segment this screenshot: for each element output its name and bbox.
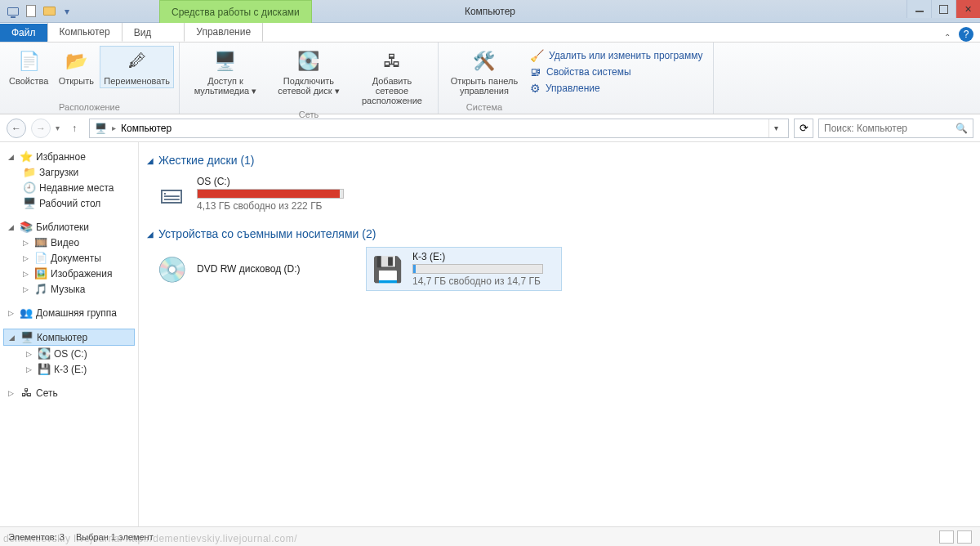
status-bar: Элементов: 3 Выбран 1 элемент — [0, 526, 980, 546]
minimize-ribbon-icon[interactable]: ⌃ — [944, 33, 951, 42]
group-removable[interactable]: ◢Устройства со съемными носителями (2) — [147, 227, 972, 240]
minimize-button[interactable] — [906, 0, 931, 18]
address-path: Компьютер — [121, 123, 172, 134]
maximize-button[interactable] — [931, 0, 956, 18]
space-bar — [197, 189, 344, 199]
libraries-icon: 📚 — [20, 221, 33, 233]
chevron-icon: ▸ — [112, 123, 116, 132]
open-control-panel-button[interactable]: 🛠️Открыть панель управления — [443, 46, 525, 98]
nav-documents[interactable]: ▷📄Документы — [3, 250, 135, 266]
group-label-system: Система — [443, 101, 525, 112]
video-icon: 🎞️ — [34, 236, 47, 248]
map-drive-button[interactable]: 💽Подключить сетевой диск ▾ — [268, 46, 350, 108]
back-button[interactable]: ← — [7, 119, 26, 138]
tab-view[interactable]: Вид — [122, 24, 163, 42]
space-bar — [412, 264, 543, 274]
properties-button[interactable]: 📄Свойства — [5, 46, 52, 88]
titlebar: ▾ Средства работы с дисками Компьютер ✕ — [0, 0, 980, 23]
folder-icon: 📁 — [23, 166, 36, 178]
uninstall-program-link[interactable]: 🧹Удалить или изменить программу — [530, 49, 703, 62]
nav-drive-c[interactable]: ▷💽OS (C:) — [3, 346, 135, 361]
search-input[interactable] — [824, 123, 956, 134]
help-button[interactable]: ? — [959, 27, 973, 42]
computer-icon: 🖥️ — [20, 331, 33, 343]
nav-video[interactable]: ▷🎞️Видео — [3, 235, 135, 250]
homegroup-icon: 👥 — [20, 307, 33, 319]
history-dropdown-icon[interactable]: ▾ — [56, 123, 60, 132]
contextual-tab[interactable]: Средства работы с дисками — [159, 0, 312, 23]
group-hard-disks[interactable]: ◢Жесткие диски (1) — [147, 154, 972, 167]
sd-card-icon: 💾 — [370, 252, 404, 286]
drive-c[interactable]: 🖴 OS (C:) 4,13 ГБ свободно из 222 ГБ — [150, 172, 395, 216]
view-details-button[interactable] — [939, 530, 954, 544]
nav-downloads[interactable]: 📁Загрузки — [3, 164, 135, 180]
nav-recent[interactable]: 🕘Недавние места — [3, 180, 135, 195]
open-button[interactable]: 📂Открыть — [54, 46, 98, 88]
hdd-icon: 🖴 — [154, 177, 189, 211]
collapse-icon: ◢ — [147, 156, 154, 165]
space-summary: 4,13 ГБ свободно из 222 ГБ — [197, 200, 344, 212]
address-bar[interactable]: 🖥️ ▸ Компьютер ▾ — [89, 119, 789, 138]
explorer-body: ◢⭐Избранное 📁Загрузки 🕘Недавние места 🖥️… — [0, 142, 980, 526]
qat-properties-icon[interactable] — [42, 5, 56, 18]
rename-icon: 🖉 — [124, 48, 150, 74]
nav-libraries[interactable]: ◢📚Библиотеки — [3, 219, 135, 235]
collapse-icon: ◢ — [147, 230, 154, 239]
qat-dropdown-icon[interactable]: ▾ — [60, 5, 74, 18]
search-box[interactable]: 🔍 — [818, 119, 973, 138]
rename-button[interactable]: 🖉Переименовать — [100, 46, 174, 88]
content-pane[interactable]: ◢Жесткие диски (1) 🖴 OS (C:) 4,13 ГБ сво… — [139, 142, 980, 526]
nav-pictures[interactable]: ▷🖼️Изображения — [3, 266, 135, 281]
music-icon: 🎵 — [34, 283, 47, 295]
system-properties-link[interactable]: 🖳Свойства системы — [530, 65, 703, 78]
quick-access-toolbar: ▾ — [0, 0, 80, 22]
network-icon: 🖧 — [20, 387, 33, 399]
nav-computer[interactable]: ◢🖥️Компьютер — [3, 329, 135, 346]
system-icon: 🖳 — [530, 65, 541, 78]
ribbon-group-location: 📄Свойства 📂Открыть 🖉Переименовать Распол… — [0, 43, 180, 114]
view-tiles-button[interactable] — [957, 530, 972, 544]
add-network-location-button[interactable]: 🖧Добавить сетевое расположение — [351, 46, 433, 108]
documents-icon: 📄 — [34, 252, 47, 264]
computer-icon: 🖥️ — [95, 123, 107, 134]
sd-icon: 💾 — [38, 363, 51, 375]
dvd-icon: 💿 — [154, 252, 189, 286]
nav-desktop[interactable]: 🖥️Рабочий стол — [3, 195, 135, 211]
media-access-button[interactable]: 🖥️Доступ к мультимедиа ▾ — [185, 46, 266, 108]
tab-file[interactable]: Файл — [0, 24, 47, 42]
space-summary: 14,7 ГБ свободно из 14,7 ГБ — [412, 275, 543, 287]
status-selection: Выбран 1 элемент — [76, 532, 154, 542]
close-button[interactable]: ✕ — [956, 0, 980, 18]
network-location-icon: 🖧 — [379, 48, 405, 74]
drive-name: К-3 (E:) — [412, 251, 543, 262]
uninstall-icon: 🧹 — [530, 49, 544, 62]
drive-dvd[interactable]: 💿 DVD RW дисковод (D:) — [150, 247, 346, 291]
drive-name: OS (C:) — [197, 176, 344, 187]
group-label-location: Расположение — [5, 101, 174, 112]
nav-favorites[interactable]: ◢⭐Избранное — [3, 149, 135, 164]
drive-icon: 💽 — [296, 48, 322, 74]
status-count: Элементов: 3 — [8, 532, 65, 542]
ribbon: 📄Свойства 📂Открыть 🖉Переименовать Распол… — [0, 43, 980, 114]
address-dropdown-icon[interactable]: ▾ — [768, 119, 783, 137]
address-bar-row: ← → ▾ ↑ 🖥️ ▸ Компьютер ▾ ⟳ 🔍 — [0, 114, 980, 142]
tab-manage[interactable]: Управление — [184, 22, 263, 42]
refresh-button[interactable]: ⟳ — [794, 119, 813, 138]
nav-network[interactable]: ▷🖧Сеть — [3, 385, 135, 401]
drive-icon: 💽 — [38, 347, 51, 360]
up-button[interactable]: ↑ — [65, 119, 84, 138]
system-menu-icon[interactable] — [7, 5, 20, 18]
nav-homegroup[interactable]: ▷👥Домашняя группа — [3, 305, 135, 320]
forward-button[interactable]: → — [31, 119, 51, 138]
nav-drive-e[interactable]: ▷💾К-3 (E:) — [3, 361, 135, 377]
window-title: Компьютер — [0, 0, 980, 23]
ribbon-group-network: 🖥️Доступ к мультимедиа ▾ 💽Подключить сет… — [180, 43, 439, 114]
qat-new-icon[interactable] — [24, 5, 38, 18]
system-links: 🧹Удалить или изменить программу 🖳Свойств… — [525, 46, 708, 112]
drive-e[interactable]: 💾 К-3 (E:) 14,7 ГБ свободно из 14,7 ГБ — [366, 247, 562, 291]
tab-computer[interactable]: Компьютер — [47, 22, 122, 42]
nav-music[interactable]: ▷🎵Музыка — [3, 281, 135, 297]
navigation-pane[interactable]: ◢⭐Избранное 📁Загрузки 🕘Недавние места 🖥️… — [0, 142, 139, 526]
pictures-icon: 🖼️ — [34, 267, 47, 280]
manage-link[interactable]: ⚙Управление — [530, 82, 703, 95]
